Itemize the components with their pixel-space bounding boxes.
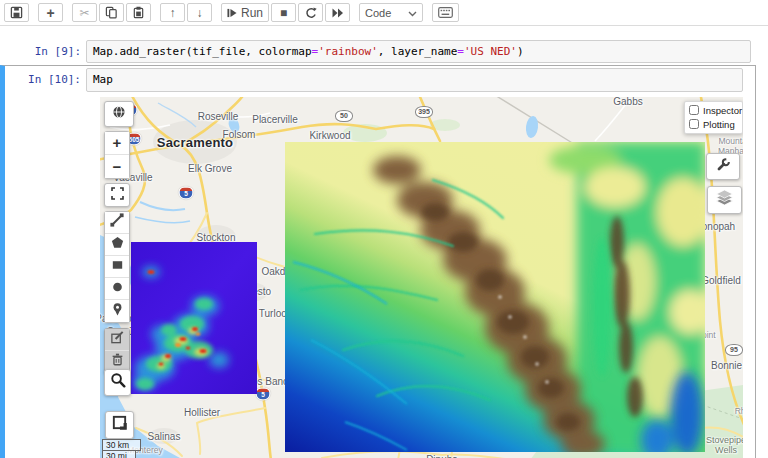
arrow-down-icon: ↓ xyxy=(197,7,203,19)
square-icon xyxy=(111,414,128,435)
road-shield-395: 395 xyxy=(415,106,433,118)
move-cell-down-button[interactable]: ↓ xyxy=(187,3,212,22)
paste-cells-button[interactable] xyxy=(126,3,151,22)
small-raster-overlay xyxy=(131,242,257,394)
cell-prompt: In [10]: xyxy=(5,68,86,86)
restart-icon xyxy=(305,7,317,19)
copy-icon xyxy=(105,6,118,19)
draw-polyline-button[interactable] xyxy=(105,212,129,234)
map-label-hollister: Hollister xyxy=(184,406,220,417)
draw-circle-button[interactable] xyxy=(105,278,129,300)
save-button[interactable] xyxy=(4,3,29,22)
keyboard-icon xyxy=(438,7,453,18)
arrow-up-icon: ↑ xyxy=(170,7,176,19)
edit-layers-button[interactable] xyxy=(105,329,129,351)
map-label-bonnie-claire: Bonnie Claire xyxy=(711,359,743,370)
inspector-checkbox[interactable] xyxy=(689,105,699,115)
zoom-control: + − xyxy=(104,131,130,179)
draw-toolbar xyxy=(104,211,130,323)
run-button[interactable]: Run xyxy=(221,3,269,22)
search-button[interactable] xyxy=(104,369,131,396)
map-label-stockton: Stockton xyxy=(197,231,236,242)
scale-control: 30 km 30 mi xyxy=(102,439,141,458)
map-label-folsom: Folsom xyxy=(223,128,256,139)
search-icon xyxy=(110,372,126,392)
plotting-row: Plotting xyxy=(689,119,738,130)
notebook-toolbar: + ✂ ↑ ↓ Run ■ xyxy=(0,0,768,26)
interrupt-kernel-button[interactable]: ■ xyxy=(271,3,296,22)
run-label: Run xyxy=(241,7,263,19)
draw-polygon-button[interactable] xyxy=(105,234,129,256)
cell-type-select[interactable]: Code xyxy=(359,3,423,22)
wrench-icon xyxy=(716,157,731,176)
map-label-placerville: Placerville xyxy=(252,113,298,124)
map-label-roseville: Roseville xyxy=(198,110,239,121)
polyline-icon xyxy=(109,212,125,232)
fullscreen-icon xyxy=(111,186,124,204)
command-palette-button[interactable] xyxy=(432,3,459,22)
step-forward-icon xyxy=(227,8,237,18)
code-cell-10-selected[interactable]: In [10]: Map xyxy=(0,65,756,458)
move-cell-up-button[interactable]: ↑ xyxy=(160,3,185,22)
plotting-label: Plotting xyxy=(703,119,735,130)
restart-kernel-button[interactable] xyxy=(298,3,323,22)
code-cell-9: In [9]: Map.add_raster(tif_file, colorma… xyxy=(0,40,751,63)
map-output[interactable]: SacramentoRosevillePlacervilleFolsomElk … xyxy=(100,97,743,458)
layers-icon xyxy=(715,189,734,211)
edit-toolbar xyxy=(104,328,130,374)
plotting-checkbox[interactable] xyxy=(689,119,699,129)
marker-icon xyxy=(110,301,125,321)
fast-forward-icon xyxy=(332,8,344,18)
code-input[interactable]: Map xyxy=(86,68,743,91)
globe-icon xyxy=(112,105,126,123)
code-token: Map xyxy=(93,73,113,86)
scale-mi: 30 mi xyxy=(102,451,136,458)
insert-cell-button[interactable]: + xyxy=(38,3,63,22)
save-icon xyxy=(10,6,23,19)
road-shield-5: 5 xyxy=(179,186,194,199)
fullscreen-button[interactable] xyxy=(104,183,130,207)
code-token: Map.add_raster(tif_file, colormap xyxy=(93,45,312,58)
plus-icon: + xyxy=(46,6,54,20)
code-input[interactable]: Map.add_raster(tif_file, colormap='rainb… xyxy=(86,40,751,63)
map-label-gabbs: Gabbs xyxy=(613,97,642,107)
code-token: ) xyxy=(517,45,524,58)
basemap-globe-button[interactable] xyxy=(104,101,134,127)
plus-icon: + xyxy=(113,135,122,150)
road-shield-50: 50 xyxy=(335,110,353,122)
paste-icon xyxy=(132,6,145,19)
inspector-row: Inspector xyxy=(689,105,738,116)
circle-icon xyxy=(110,279,125,298)
map-label-kirkwood: Kirkwood xyxy=(309,129,350,140)
map-label-mountain: Mountain xyxy=(719,136,743,146)
road-shield-5: 5 xyxy=(256,387,271,400)
draw-marker-button[interactable] xyxy=(105,300,129,322)
zoom-in-button[interactable]: + xyxy=(105,132,129,155)
layers-button[interactable] xyxy=(707,186,742,214)
partition-button[interactable] xyxy=(105,411,134,439)
map-label-salinas: Salinas xyxy=(148,430,181,441)
chevron-down-icon xyxy=(408,7,417,19)
road-shield-95: 95 xyxy=(725,344,743,356)
stop-icon: ■ xyxy=(280,7,287,19)
code-token: , layer_name xyxy=(378,45,457,58)
map-label-rhyolite: Rhyolite xyxy=(735,406,743,416)
zoom-out-button[interactable]: − xyxy=(105,155,129,178)
cell-type-value: Code xyxy=(365,7,391,19)
cut-cells-button[interactable]: ✂ xyxy=(72,3,97,22)
code-token: 'US NED' xyxy=(464,45,517,58)
code-token: = xyxy=(457,45,464,58)
minus-icon: − xyxy=(113,159,122,174)
restart-run-all-button[interactable] xyxy=(325,3,350,22)
copy-cells-button[interactable] xyxy=(99,3,124,22)
map-label-elk-grove: Elk Grove xyxy=(188,162,232,173)
cut-icon: ✂ xyxy=(79,7,89,19)
polygon-icon xyxy=(110,235,125,254)
large-raster-overlay xyxy=(285,142,705,452)
edit-icon xyxy=(110,330,125,349)
toolbar-wrench-button[interactable] xyxy=(706,153,740,180)
map-label-dinuba: Dinuba xyxy=(426,453,458,458)
rectangle-icon xyxy=(110,257,125,276)
draw-rectangle-button[interactable] xyxy=(105,256,129,278)
code-token: 'rainbow' xyxy=(318,45,378,58)
